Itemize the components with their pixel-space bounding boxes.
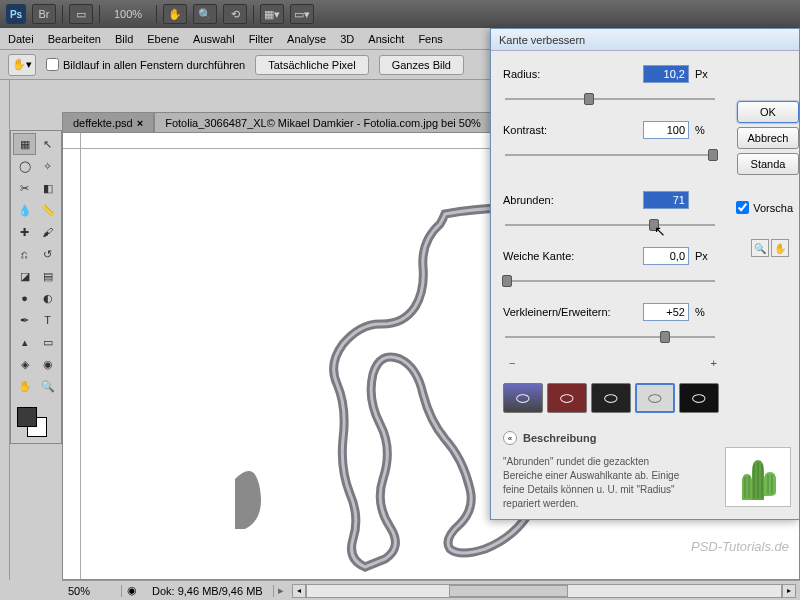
ok-button[interactable]: OK [737, 101, 799, 123]
contrast-unit: % [695, 124, 711, 136]
cancel-button[interactable]: Abbrech [737, 127, 799, 149]
zoom-top-icon[interactable]: 🔍 [193, 4, 217, 24]
eraser-tool[interactable]: ◪ [13, 265, 36, 287]
preview-overlay[interactable]: ⬭ [547, 383, 587, 413]
hand-tool[interactable]: ✋ [13, 375, 36, 397]
zoom-in-icon[interactable]: 🔍 [751, 239, 769, 257]
shape-tool[interactable]: ▭ [36, 331, 59, 353]
expand-input[interactable] [643, 303, 689, 321]
fg-color-swatch[interactable] [17, 407, 37, 427]
radius-input[interactable] [643, 65, 689, 83]
preview-black[interactable]: ⬭ [591, 383, 631, 413]
feather-slider[interactable] [505, 273, 715, 289]
menu-filter[interactable]: Filter [249, 33, 273, 45]
scroll-all-input[interactable] [46, 58, 59, 71]
type-tool[interactable]: T [36, 309, 59, 331]
top-zoom-display[interactable]: 100% [106, 8, 150, 20]
scroll-track[interactable] [306, 584, 782, 598]
feather-slider-handle[interactable] [502, 275, 512, 287]
contrast-input[interactable] [643, 121, 689, 139]
3d-cam-tool[interactable]: ◉ [36, 353, 59, 375]
menu-bearbeiten[interactable]: Bearbeiten [48, 33, 101, 45]
h-scrollbar[interactable]: ◂ ▸ [288, 584, 800, 598]
contrast-label: Kontrast: [503, 124, 643, 136]
menu-ansicht[interactable]: Ansicht [368, 33, 404, 45]
menu-bild[interactable]: Bild [115, 33, 133, 45]
contrast-slider-handle[interactable] [708, 149, 718, 161]
minus-icon: − [509, 357, 515, 369]
hand-tool-icon[interactable]: ✋▾ [8, 54, 36, 76]
scroll-all-checkbox[interactable]: Bildlauf in allen Fenstern durchführen [46, 58, 245, 71]
zoom-tool[interactable]: 🔍 [36, 375, 59, 397]
scroll-left-icon[interactable]: ◂ [292, 584, 306, 598]
color-swatches[interactable] [13, 405, 59, 441]
menu-fenster[interactable]: Fens [418, 33, 442, 45]
scroll-right-icon[interactable]: ▸ [782, 584, 796, 598]
plus-icon: + [711, 357, 717, 369]
radius-slider-handle[interactable] [584, 93, 594, 105]
eyedropper-tool[interactable]: 💧 [13, 199, 36, 221]
tab1-label: deffekte.psd [73, 117, 133, 129]
preview-mask[interactable]: ⬭ [679, 383, 719, 413]
dodge-tool[interactable]: ◐ [36, 287, 59, 309]
stamp-tool[interactable]: ⎌ [13, 243, 36, 265]
menu-datei[interactable]: Datei [8, 33, 34, 45]
actual-pixels-button[interactable]: Tatsächliche Pixel [255, 55, 368, 75]
menu-analyse[interactable]: Analyse [287, 33, 326, 45]
panel-collapse-strip[interactable] [0, 80, 10, 580]
expand-slider-handle[interactable] [660, 331, 670, 343]
description-toggle-icon[interactable]: « [503, 431, 517, 445]
preview-white[interactable]: ⬭ [635, 383, 675, 413]
gradient-tool[interactable]: ▤ [36, 265, 59, 287]
move-tool2[interactable]: ↖ [36, 133, 59, 155]
slice-tool[interactable]: ◧ [36, 177, 59, 199]
preview-input[interactable] [736, 201, 749, 214]
rotate-top-icon[interactable]: ⟲ [223, 4, 247, 24]
screen-mode-button[interactable]: ▭▾ [290, 4, 314, 24]
ruler-vertical [63, 149, 81, 579]
feather-input[interactable] [643, 247, 689, 265]
radius-unit: Px [695, 68, 711, 80]
preview-standard[interactable]: ⬭ [503, 383, 543, 413]
bridge-button[interactable]: Br [32, 4, 56, 24]
arrange-button[interactable]: ▦▾ [260, 4, 284, 24]
watermark-text: PSD-Tutorials.de [691, 539, 789, 554]
status-bar: 50% ◉ Dok: 9,46 MB/9,46 MB ▸ ◂ ▸ [62, 580, 800, 600]
preview-checkbox[interactable]: Vorscha [736, 201, 793, 214]
menu-auswahl[interactable]: Auswahl [193, 33, 235, 45]
tab1-close-icon[interactable]: × [137, 117, 143, 129]
expand-label: Verkleinern/Erweitern: [503, 306, 643, 318]
smooth-slider[interactable]: ↖ [505, 217, 715, 233]
pen-tool[interactable]: ✒ [13, 309, 36, 331]
smooth-input[interactable] [643, 191, 689, 209]
brush-tool[interactable]: 🖌 [36, 221, 59, 243]
hand-dlg-icon[interactable]: ✋ [771, 239, 789, 257]
smooth-slider-handle[interactable] [649, 219, 659, 231]
default-button[interactable]: Standa [737, 153, 799, 175]
hand-top-icon[interactable]: ✋ [163, 4, 187, 24]
scroll-thumb[interactable] [449, 585, 568, 597]
status-zoom[interactable]: 50% [62, 585, 122, 597]
description-thumbnail [725, 447, 791, 507]
tab-deffekte[interactable]: deffekte.psd × [62, 112, 154, 132]
fit-screen-button[interactable]: Ganzes Bild [379, 55, 464, 75]
contrast-slider[interactable] [505, 147, 715, 163]
radius-slider[interactable] [505, 91, 715, 107]
smooth-label: Abrunden: [503, 194, 643, 206]
layout-button[interactable]: ▭ [69, 4, 93, 24]
radius-label: Radius: [503, 68, 643, 80]
expand-slider[interactable] [505, 329, 715, 345]
tab-fotolia[interactable]: Fotolia_3066487_XL© Mikael Damkier - Fot… [154, 112, 492, 132]
crop-tool[interactable]: ✂ [13, 177, 36, 199]
heal-tool[interactable]: ✚ [13, 221, 36, 243]
wand-tool[interactable]: ✧ [36, 155, 59, 177]
lasso-tool[interactable]: ◯ [13, 155, 36, 177]
path-select-tool[interactable]: ▴ [13, 331, 36, 353]
move-tool[interactable]: ▦ [13, 133, 36, 155]
3d-tool[interactable]: ◈ [13, 353, 36, 375]
history-brush-tool[interactable]: ↺ [36, 243, 59, 265]
menu-3d[interactable]: 3D [340, 33, 354, 45]
blur-tool[interactable]: ● [13, 287, 36, 309]
menu-ebene[interactable]: Ebene [147, 33, 179, 45]
ruler-tool[interactable]: 📏 [36, 199, 59, 221]
